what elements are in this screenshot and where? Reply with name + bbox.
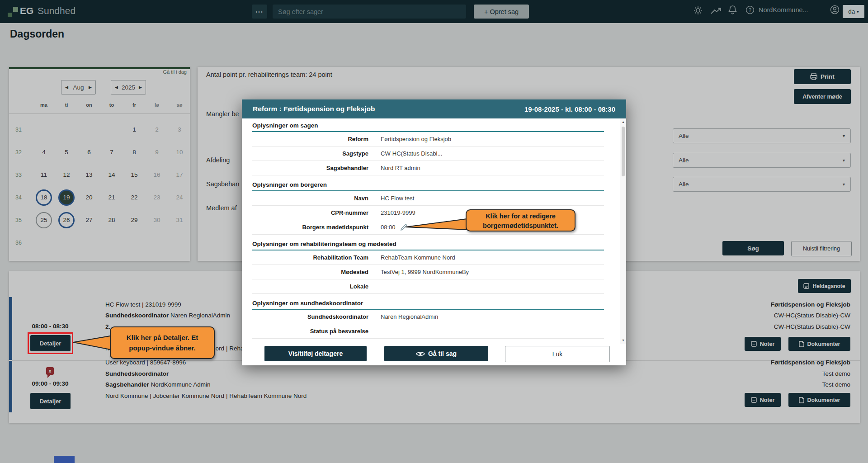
edit-time-callout: Klik her for at redigere borgermødetidsp… <box>466 209 576 232</box>
modal-title: Reform : Førtidspension og Fleksjob <box>253 105 375 113</box>
callout-text-line: Klik her på Detaljer. Et <box>111 332 214 343</box>
section-title: Oplysninger om sundhedskoordinator <box>252 300 604 310</box>
detail-row: Sundhedskoordinator Naren RegionalAdmin <box>252 310 604 324</box>
detail-row: Rehabilitation Team RehabTeam Kommune No… <box>252 250 604 265</box>
details-callout: Klik her på Detaljer. Et popup-vindue åb… <box>110 326 215 359</box>
row-label: Sundhedskoordinator <box>252 313 381 320</box>
add-participants-button[interactable]: Vis/tilføj deltagere <box>264 346 367 361</box>
details-highlight-box <box>28 332 73 354</box>
section-title: Oplysninger om sagen <box>252 122 604 132</box>
add-participants-label: Vis/tilføj deltagere <box>288 350 343 357</box>
close-modal-button[interactable]: Luk <box>505 346 610 362</box>
row-label: Reform <box>252 136 381 142</box>
section-coordinator-info: Oplysninger om sundhedskoordinator Sundh… <box>252 300 604 339</box>
row-value: CW-HC(Status Disabl... <box>381 150 442 157</box>
close-label: Luk <box>552 350 563 358</box>
row-value: HC Flow test <box>381 195 414 202</box>
modal-datetime: 19-08-2025 - kl. 08:00 - 08:30 <box>524 105 615 113</box>
edit-callout-pointer <box>406 217 468 232</box>
section-title: Oplysninger om borgeren <box>252 181 604 191</box>
callout-text-line: popup-vindue åbner. <box>111 343 214 353</box>
row-value: TestVej 1, 9999 NordKommuneBy <box>381 269 469 275</box>
row-label: Status på besvarelse <box>252 328 381 335</box>
detail-row: Mødested TestVej 1, 9999 NordKommuneBy <box>252 265 604 279</box>
detail-row: Status på besvarelse <box>252 324 604 339</box>
row-label: Navn <box>252 195 381 202</box>
detail-row: Sagstype CW-HC(Status Disabl... <box>252 146 604 161</box>
meeting-details-modal: Reform : Førtidspension og Fleksjob 19-0… <box>242 99 626 365</box>
row-label: CPR-nummer <box>252 209 381 216</box>
scrollbar-thumb[interactable] <box>622 127 625 176</box>
row-label: Rehabilitation Team <box>252 254 381 261</box>
row-value: Naren RegionalAdmin <box>381 313 438 320</box>
row-label: Borgers mødetidspunkt <box>252 224 381 231</box>
modal-scrollbar[interactable]: ▲ ▼ <box>620 118 626 344</box>
goto-case-button[interactable]: Gå til sag <box>384 346 488 361</box>
scroll-down-icon[interactable]: ▼ <box>620 339 626 342</box>
goto-case-label: Gå til sag <box>428 350 457 357</box>
detail-row: Navn HC Flow test <box>252 191 604 206</box>
detail-row: Lokale <box>252 279 604 294</box>
detail-row: Reform Førtidspension og Fleksjob <box>252 132 604 146</box>
details-callout-pointer <box>73 335 111 352</box>
row-label: Mødested <box>252 269 381 275</box>
row-value: Nord RT admin <box>381 165 420 171</box>
row-label: Sagstype <box>252 150 381 157</box>
scroll-up-icon[interactable]: ▲ <box>620 120 626 123</box>
section-team-info: Oplysninger om rehabiliteringsteam og mø… <box>252 241 604 294</box>
row-label: Lokale <box>252 283 381 290</box>
app-root: EG Sundhed ••• + Opret sag ? NordKommune… <box>0 0 868 463</box>
row-label: Sagsbehandler <box>252 165 381 171</box>
callout-text-line: borgermødetidspunktet. <box>467 221 575 231</box>
detail-row: Sagsbehandler Nord RT admin <box>252 161 604 175</box>
eye-icon <box>416 351 425 357</box>
section-title: Oplysninger om rehabiliteringsteam og mø… <box>252 241 604 250</box>
row-value: RehabTeam Kommune Nord <box>381 254 455 261</box>
section-case-info: Oplysninger om sagen Reform Førtidspensi… <box>252 118 604 175</box>
row-value: 08:00 <box>381 224 396 231</box>
row-value: 231019-9999 <box>381 209 415 216</box>
callout-text-line: Klik her for at redigere <box>467 212 575 221</box>
modal-header: Reform : Førtidspension og Fleksjob 19-0… <box>242 99 626 118</box>
row-value: Førtidspension og Fleksjob <box>381 136 451 142</box>
